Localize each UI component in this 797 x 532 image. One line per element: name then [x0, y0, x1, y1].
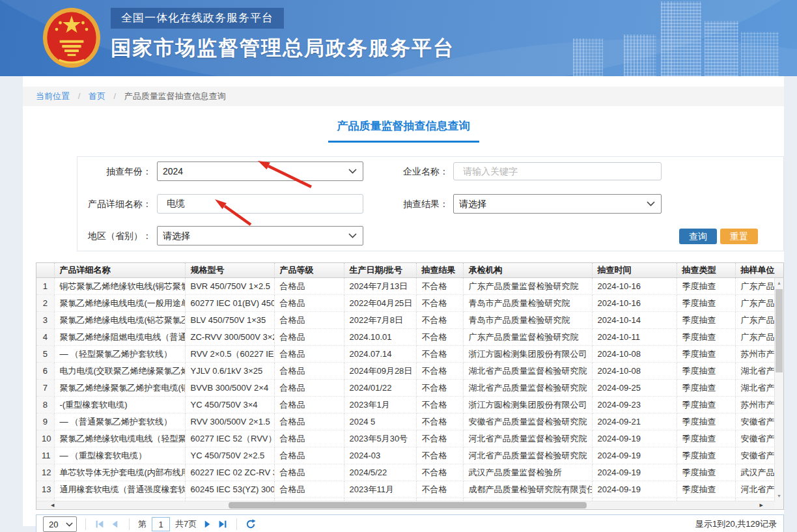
cell-spec-model: 60277 IEC 52（RVV）3: [185, 430, 274, 447]
table-row[interactable]: 8 -(重型橡套软电缆) YC 450/750V 3×4 合格品 2023年1月…: [36, 397, 784, 413]
cell-inspection-time: 2024-10-11: [592, 329, 677, 346]
table-row[interactable]: 9 — （普通聚氯乙烯护套软线） RVV 300/500V 2×1.5（ 合格品…: [36, 413, 784, 430]
cell-production-date: 2024.10.01: [344, 329, 416, 346]
result-select[interactable]: 请选择: [453, 194, 662, 214]
cell-product-name: 电力电缆(交联聚乙烯绝缘聚氯乙烯护: [54, 363, 185, 380]
table-row[interactable]: 13 通用橡套软电缆（普通强度橡套软线) 60245 IEC 53(YZ) 30…: [36, 481, 784, 498]
table-row[interactable]: 1 铜芯聚氯乙烯绝缘软电线(铜芯聚氯乙 BVR 450/750V 1×2.5 合…: [36, 278, 784, 295]
cell-inspection-time: 2024-10-08: [592, 363, 677, 380]
cell-inspection-result: 不合格: [416, 397, 463, 413]
scroll-up-icon[interactable]: ▲: [775, 279, 783, 288]
company-input[interactable]: [453, 162, 662, 180]
page-content: 当前位置 / 首页 / 产品质量监督抽查信息查询 产品质量监督抽查信息查询 抽查…: [23, 76, 784, 526]
header-index: [36, 263, 54, 278]
table-row[interactable]: 2 聚氯乙烯绝缘电线电缆(一般用途单芯 60277 IEC 01(BV) 450…: [36, 295, 784, 312]
table-row[interactable]: 3 聚氯乙烯绝缘电线电缆(铝芯聚氯乙烯 BLV 450/750V 1×35 合格…: [36, 312, 784, 329]
page-prefix-label: 第: [138, 518, 147, 530]
cell-testing-agency: 成都产品质量检验研究院有限责任公司: [463, 481, 592, 498]
table-row[interactable]: 7 聚氯乙烯绝缘聚氯乙烯护套电缆(铜芯 BVVB 300/500V 2×4 合格…: [36, 380, 784, 397]
result-label: 抽查结果：: [357, 194, 449, 214]
cell-spec-model: BVR 450/750V 1×2.5: [185, 278, 274, 295]
search-button[interactable]: 查询: [679, 229, 717, 244]
next-page-icon[interactable]: [202, 519, 212, 529]
cell-inspection-type: 季度抽查: [677, 397, 735, 413]
header-inspection-result: 抽查结果: [416, 263, 463, 278]
table-row[interactable]: 4 聚氯乙烯绝缘阻燃电缆电线（普通聚 ZC-RVV 300/500V 3×2 合…: [36, 329, 784, 346]
first-page-icon[interactable]: [94, 519, 105, 529]
platform-subtitle: 全国一体化在线政务服务平台: [111, 8, 284, 29]
cell-product-name: — （普通聚氯乙烯护套软线）: [54, 413, 185, 430]
cell-row-index: 4: [36, 329, 54, 346]
cell-product-grade: 合格品: [274, 346, 344, 363]
cell-testing-agency: 广东产品质量监督检验研究院: [463, 329, 592, 346]
cell-product-grade: 合格品: [274, 329, 344, 346]
scrollbar-corner: [775, 501, 783, 509]
cell-inspection-time: 2024-09-19: [592, 481, 677, 498]
table-row[interactable]: 10 聚氯乙烯绝缘软电缆电线（轻型聚氯 60277 IEC 52（RVV）3 合…: [36, 430, 784, 447]
scroll-right-icon[interactable]: ▶: [760, 501, 763, 509]
reset-button[interactable]: 重置: [720, 229, 758, 244]
cell-production-date: 2024年7月13日: [344, 278, 416, 295]
record-summary: 显示1到20,共129记录: [695, 518, 777, 530]
pagination-bar: 20 第 共7页 显示1到20,共129记录: [36, 514, 784, 532]
scroll-left-icon[interactable]: ◀: [51, 501, 54, 509]
scroll-down-icon[interactable]: ▼: [775, 492, 783, 501]
cell-testing-agency: 河北省产品质量监督检验研究院: [463, 447, 592, 464]
cell-product-name: 聚氯乙烯绝缘阻燃电缆电线（普通聚: [54, 329, 185, 346]
breadcrumb-label: 当前位置: [36, 91, 70, 101]
vertical-scrollbar: ▲ ▼: [774, 278, 783, 501]
region-label: 地区（省别）：: [77, 226, 152, 245]
horizontal-scrollbar-thumb[interactable]: [229, 502, 587, 509]
table-row[interactable]: 12 单芯软导体无护套电缆(内部布线用导 60227 IEC 02 ZC-RV …: [36, 464, 784, 481]
region-select[interactable]: 请选择: [157, 226, 363, 245]
cell-product-grade: 合格品: [274, 312, 344, 329]
table-row[interactable]: 11 — （重型橡套软电缆） YC 450/750V 2×2.5 合格品 202…: [36, 447, 784, 464]
refresh-icon[interactable]: [245, 519, 256, 529]
cell-production-date: 2023年11月: [344, 481, 416, 498]
cell-inspection-result: 不合格: [416, 363, 463, 380]
breadcrumb-separator: /: [114, 91, 117, 101]
cell-inspection-time: 2024-09-19: [592, 464, 677, 481]
cell-inspection-type: 季度抽查: [677, 380, 735, 397]
year-select[interactable]: 2024: [157, 161, 363, 181]
table-row[interactable]: 5 — （轻型聚氯乙烯护套软线） RVV 2×0.5（60227 IEC 合格品…: [36, 346, 784, 363]
cell-inspection-type: 季度抽查: [677, 447, 735, 464]
cell-spec-model: BVVB 300/500V 2×4: [185, 380, 274, 397]
previous-page-icon[interactable]: [110, 519, 120, 529]
cell-product-name: — （轻型聚氯乙烯护套软线）: [54, 346, 185, 363]
page-number-input[interactable]: [152, 517, 170, 531]
cell-inspection-type: 季度抽查: [677, 346, 735, 363]
cell-product-grade: 合格品: [274, 481, 344, 498]
tab-product-quality-query[interactable]: 产品质量监督抽查信息查询: [328, 116, 479, 143]
cell-product-name: 铜芯聚氯乙烯绝缘软电线(铜芯聚氯乙: [54, 278, 185, 295]
horizontal-scrollbar: ◀ ▶: [36, 501, 775, 509]
page-size-select[interactable]: 20: [43, 516, 77, 532]
breadcrumb-home-link[interactable]: 首页: [89, 91, 105, 101]
header-inspection-type: 抽查类型: [677, 263, 735, 278]
cell-product-grade: 合格品: [274, 380, 344, 397]
cell-product-grade: 合格品: [274, 430, 344, 447]
cell-row-index: 9: [36, 413, 54, 430]
vertical-scrollbar-thumb[interactable]: [776, 289, 783, 372]
product-name-input[interactable]: [157, 194, 363, 214]
header-spec-model: 规格型号: [185, 263, 274, 278]
cell-testing-agency: 湖北省产品质量监督检验研究院: [463, 380, 592, 397]
cell-inspection-time: 2024-10-08: [592, 346, 677, 363]
cell-inspection-result: 不合格: [416, 312, 463, 329]
building-decor: [741, 32, 779, 76]
cell-inspection-time: 2024-10-16: [592, 295, 677, 312]
cell-product-grade: 合格品: [274, 278, 344, 295]
table-header-row: 产品详细名称 规格型号 产品等级 生产日期/批号 抽查结果 承检机构 抽查时间 …: [36, 263, 784, 278]
cell-production-date: 2023年5月30号: [344, 430, 416, 447]
cell-production-date: 2022年04月25日: [344, 295, 416, 312]
table-row[interactable]: 6 电力电缆(交联聚乙烯绝缘聚氯乙烯护 YJLV 0.6/1kV 3×25 合格…: [36, 363, 784, 380]
cell-spec-model: BLV 450/750V 1×35: [185, 312, 274, 329]
cell-product-grade: 合格品: [274, 397, 344, 413]
year-label: 抽查年份：: [77, 161, 152, 181]
results-tbody: 1 铜芯聚氯乙烯绝缘软电线(铜芯聚氯乙 BVR 450/750V 1×2.5 合…: [36, 278, 784, 511]
cell-production-date: 2024年09月28日: [344, 363, 416, 380]
cell-inspection-time: 2024-09-25: [592, 380, 677, 397]
last-page-icon[interactable]: [217, 519, 228, 529]
cell-product-grade: 合格品: [274, 447, 344, 464]
cell-inspection-type: 季度抽查: [677, 413, 735, 430]
